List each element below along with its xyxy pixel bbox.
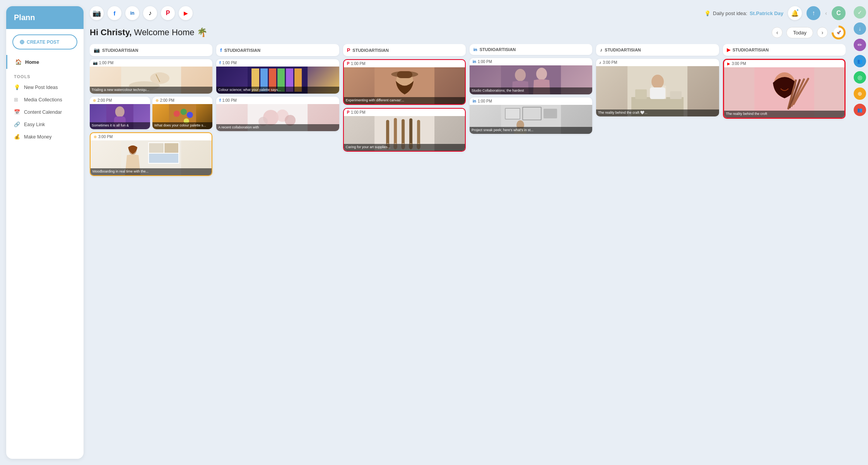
svg-point-3 — [150, 72, 169, 84]
notification-button[interactable]: 🔔 — [788, 6, 802, 20]
pinterest-column-header: P STUDIOARTISIAN — [343, 44, 466, 56]
svg-rect-56 — [506, 109, 519, 119]
post-caption: Moodboarding in real time with the... — [91, 168, 212, 175]
create-post-button[interactable]: ⊕ CREATE POST — [12, 34, 77, 50]
svg-rect-58 — [523, 108, 541, 120]
svg-point-9 — [174, 111, 180, 117]
post-caption: Experimenting with different canvas'... — [344, 97, 465, 104]
youtube-icon[interactable]: ▶ — [179, 6, 193, 20]
post-card[interactable]: f1:00 PM A recent collaboration with — [216, 97, 339, 131]
svg-rect-16 — [164, 143, 178, 153]
calendar-grid: 📷 STUDIOARTISIAN 📷1:00 PM — [90, 44, 846, 459]
post-card[interactable]: in1:00 PM — [470, 97, 592, 134]
post-caption: The reality behind the croft — [724, 111, 844, 118]
post-card[interactable]: P1:00 PM Expe — [343, 59, 466, 105]
post-card[interactable]: in1:00 PM Studio Collaborations; the har… — [470, 58, 592, 94]
facebook-column-header: f STUDIOARTISIAN — [216, 44, 339, 56]
sidebar-item-content-calendar[interactable]: 📅 Content Calendar — [6, 106, 84, 118]
svg-rect-39 — [397, 71, 412, 78]
group-button[interactable]: 👥 — [854, 104, 866, 116]
sidebar-item-home[interactable]: 🏠 Home — [6, 55, 84, 69]
instagram-column-header: 📷 STUDIOARTISIAN — [90, 44, 212, 56]
post-card[interactable]: ▶3:00 PM — [723, 59, 846, 119]
tiktok-col-icon: ♪ — [600, 47, 602, 53]
next-button[interactable]: › — [817, 27, 828, 38]
svg-rect-15 — [149, 143, 164, 153]
right-sidebar: ✓ ↓ ✏ 👥 ◎ ⊕ 👥 — [852, 0, 868, 465]
linkedin-column-header: in STUDIOARTISIAN — [470, 44, 592, 55]
chevron-icon: ‹ — [825, 10, 827, 16]
main-content: 📷 f in ♪ P ▶ 💡 Daily post idea: St.Patri… — [84, 0, 852, 465]
daily-post-link[interactable]: St.Patrick Day — [750, 10, 783, 16]
tools-label: TOOLS — [6, 69, 84, 81]
post-caption: Sometimes it is all fun & — [90, 122, 150, 129]
app-logo: Plann — [6, 6, 84, 29]
post-caption: What does your colour palette s... — [152, 122, 213, 129]
welcome-section: Hi Christy, Welcome Home 🌴 ‹ Today › 🚀 — [90, 26, 846, 39]
welcome-text: Hi Christy, Welcome Home 🌴 — [90, 27, 207, 38]
post-card[interactable]: ⊕2:00 PM Sometimes it is all fun & — [90, 97, 150, 129]
youtube-column-header: ▶ STUDIOARTISIAN — [723, 44, 846, 56]
check-button[interactable]: ✓ — [854, 6, 866, 19]
svg-rect-59 — [543, 109, 557, 118]
youtube-column: ▶ STUDIOARTISIAN ▶3:00 PM — [723, 44, 846, 456]
grid-icon: ⊞ — [14, 97, 20, 103]
svg-rect-17 — [149, 154, 178, 163]
instagram-icon[interactable]: 📷 — [90, 6, 104, 20]
tiktok-column-header: ♪ STUDIOARTISIAN — [596, 44, 719, 56]
post-caption: Project sneak peek; here's what's in st.… — [470, 127, 592, 134]
post-caption: A recent collaboration with — [216, 124, 339, 131]
svg-rect-42 — [394, 118, 397, 147]
pinterest-icon[interactable]: P — [161, 6, 175, 20]
pinterest-column: P STUDIOARTISIAN P1:00 PM — [343, 44, 466, 456]
youtube-col-icon: ▶ — [727, 47, 730, 53]
svg-rect-44 — [409, 118, 412, 147]
upload-button[interactable]: ↑ — [806, 6, 820, 20]
topbar: 📷 f in ♪ P ▶ 💡 Daily post idea: St.Patri… — [90, 6, 846, 20]
sidebar-item-new-post-ideas[interactable]: 💡 New Post Ideas — [6, 81, 84, 94]
upload-icon: ↑ — [812, 10, 815, 17]
facebook-column: f STUDIOARTISIAN f1:00 PM — [216, 44, 339, 456]
post-card[interactable]: ⊕3:00 PM — [90, 132, 212, 176]
svg-rect-45 — [417, 120, 420, 147]
sidebar-item-make-money[interactable]: 💰 Make Money — [6, 131, 84, 143]
plus-icon: ⊕ — [19, 38, 24, 46]
tiktok-icon[interactable]: ♪ — [143, 6, 157, 20]
post-card[interactable]: 📷1:00 PM Trialing a new watercolour tech… — [90, 59, 212, 94]
post-card[interactable]: ♪3:00 PM — [596, 59, 719, 116]
post-caption: Colour science; what your palette says..… — [216, 87, 339, 94]
home-icon: 🏠 — [15, 59, 21, 65]
svg-rect-63 — [635, 89, 647, 99]
post-card[interactable]: f1:00 PM — [216, 59, 339, 94]
today-button[interactable]: Today — [786, 27, 813, 38]
network-button[interactable]: ◎ — [854, 71, 866, 84]
svg-rect-74 — [754, 67, 814, 118]
download-button[interactable]: ↓ — [854, 22, 866, 35]
lightbulb-icon: 💡 — [14, 84, 20, 91]
user-avatar[interactable]: C — [832, 6, 846, 20]
post-card[interactable]: ⊕2:00 PM What does your colour palet — [152, 97, 213, 129]
facebook-col-icon: f — [220, 47, 222, 53]
facebook-icon[interactable]: f — [108, 6, 121, 20]
edit-button[interactable]: ✏ — [854, 39, 866, 51]
linkedin-column: in STUDIOARTISIAN in1:00 PM — [470, 44, 592, 456]
coins-button[interactable]: ⊕ — [854, 87, 866, 100]
post-card[interactable]: P1:00 PM — [343, 108, 466, 152]
sidebar-item-media-collections[interactable]: ⊞ Media Collections — [6, 94, 84, 106]
svg-point-11 — [187, 112, 193, 118]
progress-icon: 🚀 — [834, 27, 844, 38]
progress-circle: 🚀 — [832, 26, 846, 39]
sidebar-item-easy-link[interactable]: 🔗 Easy Link — [6, 118, 84, 131]
linkedin-icon[interactable]: in — [125, 6, 139, 20]
calendar-icon: 📅 — [14, 109, 20, 115]
sidebar: Plann ⊕ CREATE POST 🏠 Home TOOLS 💡 New P… — [6, 6, 84, 459]
users-button[interactable]: 👥 — [854, 55, 866, 67]
money-icon: 💰 — [14, 134, 20, 140]
social-platform-icons: 📷 f in ♪ P ▶ — [90, 6, 193, 20]
svg-rect-41 — [386, 120, 389, 147]
svg-rect-67 — [650, 87, 665, 99]
daily-post-idea: 💡 Daily post idea: St.Patrick Day — [704, 10, 783, 16]
topbar-right: 💡 Daily post idea: St.Patrick Day 🔔 ↑ ‹ … — [704, 6, 846, 20]
prev-button[interactable]: ‹ — [772, 27, 783, 38]
svg-rect-43 — [402, 119, 405, 147]
